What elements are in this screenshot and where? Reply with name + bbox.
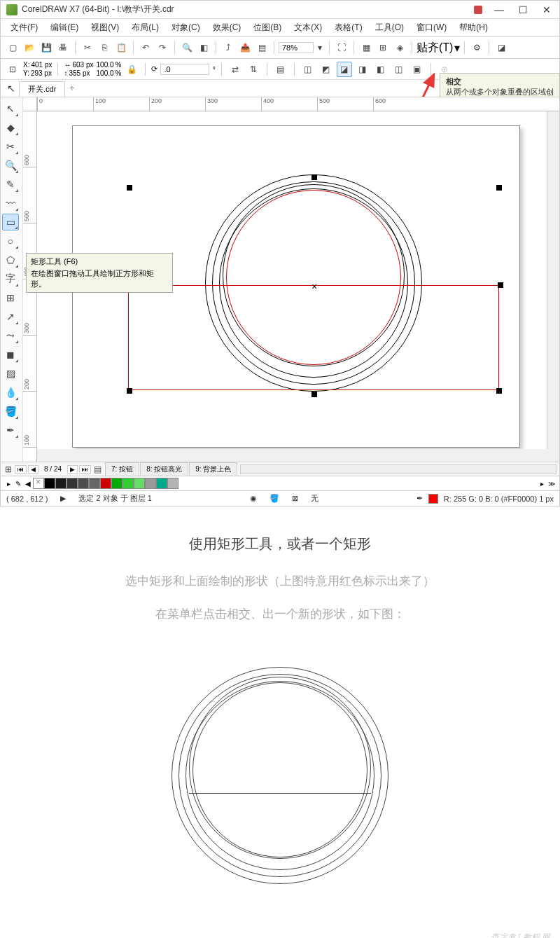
rectangle-tool-icon[interactable]: ▭: [2, 214, 19, 230]
no-color-swatch[interactable]: [33, 478, 44, 489]
page-sorter-icon[interactable]: ▤: [92, 464, 102, 474]
close-button[interactable]: ✕: [540, 5, 554, 15]
menu-file[interactable]: 文件(F): [6, 20, 42, 35]
show-grid-icon[interactable]: ⊞: [375, 40, 391, 55]
table-tool-icon[interactable]: ⊞: [2, 289, 19, 306]
text-tool-icon[interactable]: 字: [2, 270, 19, 287]
lock-ratio-icon[interactable]: 🔒: [124, 62, 139, 77]
app-launch-icon[interactable]: ▤: [254, 40, 270, 55]
export-icon[interactable]: ⤴: [220, 40, 236, 55]
selection-handle[interactable]: [312, 174, 317, 180]
color-swatch[interactable]: [100, 478, 111, 489]
scale-x-value[interactable]: 100.0: [97, 61, 114, 69]
color-swatch[interactable]: [134, 478, 145, 489]
publish-icon[interactable]: 📤: [237, 40, 253, 55]
color-swatch[interactable]: [156, 478, 167, 489]
mirror-v-icon[interactable]: ⇅: [246, 62, 261, 77]
search-icon[interactable]: 🔍: [179, 40, 195, 55]
save-icon[interactable]: 💾: [38, 40, 54, 55]
menu-bitmap[interactable]: 位图(B): [249, 20, 286, 35]
last-page-button[interactable]: ⏭: [79, 465, 91, 474]
connector-tool-icon[interactable]: ⤳: [2, 327, 19, 344]
play-icon[interactable]: ▶: [60, 494, 66, 503]
drop-shadow-icon[interactable]: ◼: [2, 346, 19, 363]
pick-tool-mini-icon[interactable]: ↖: [4, 81, 19, 95]
ruler-origin[interactable]: [23, 97, 37, 111]
menu-text[interactable]: 文本(X): [290, 20, 326, 35]
shape-tool-icon[interactable]: ◆: [2, 119, 19, 136]
maximize-button[interactable]: ☐: [516, 5, 530, 15]
simplify-icon[interactable]: ◨: [355, 62, 370, 77]
horizontal-scrollbar[interactable]: [240, 464, 556, 474]
back-minus-front-icon[interactable]: ◫: [391, 62, 407, 77]
mirror-h-icon[interactable]: ⇄: [227, 62, 243, 77]
zoom-tool-icon[interactable]: 🔍: [2, 157, 19, 174]
page-tab[interactable]: 9: 背景上色: [189, 462, 237, 476]
front-minus-back-icon[interactable]: ◧: [373, 62, 388, 77]
align-icon[interactable]: ▤: [273, 62, 288, 77]
open-icon[interactable]: 📂: [22, 40, 37, 55]
show-guides-icon[interactable]: ◈: [392, 40, 407, 55]
import-icon[interactable]: ◧: [196, 40, 211, 55]
zoom-dropdown-icon[interactable]: ▾: [315, 40, 325, 55]
menu-view[interactable]: 视图(V): [87, 20, 123, 35]
show-rulers-icon[interactable]: ▦: [358, 40, 374, 55]
page-tab[interactable]: 8: 按钮高光: [140, 462, 188, 476]
crop-tool-icon[interactable]: ✂: [2, 138, 19, 155]
vertical-scrollbar[interactable]: [547, 111, 559, 449]
horizontal-ruler[interactable]: 0 100 200 300 400 500 600: [37, 97, 559, 111]
outline-color-swatch[interactable]: [428, 494, 438, 504]
menu-effects[interactable]: 效果(C): [209, 20, 246, 35]
menu-object[interactable]: 对象(C): [167, 20, 204, 35]
transparency-tool-icon[interactable]: ▨: [2, 365, 19, 382]
add-tab-button[interactable]: +: [65, 81, 78, 95]
eyedropper-icon[interactable]: ✎: [13, 478, 23, 488]
paste-icon[interactable]: 📋: [113, 40, 129, 55]
selection-handle[interactable]: [127, 185, 132, 191]
polygon-tool-icon[interactable]: ⬠: [2, 251, 19, 268]
menu-table[interactable]: 表格(T): [330, 20, 366, 35]
selection-handle[interactable]: [127, 388, 132, 394]
cut-icon[interactable]: ✂: [80, 40, 95, 55]
corel-connect-icon[interactable]: ◪: [493, 40, 509, 55]
color-swatch[interactable]: [78, 478, 89, 489]
next-page-button[interactable]: ▶: [67, 465, 78, 474]
copy-icon[interactable]: ⎘: [97, 40, 112, 55]
document-tab[interactable]: 开关.cdr: [19, 81, 65, 97]
zoom-field[interactable]: [279, 42, 314, 53]
intersect-icon[interactable]: ◪: [337, 62, 352, 77]
menu-layout[interactable]: 布局(L): [127, 20, 163, 35]
weld-icon[interactable]: ◫: [300, 62, 316, 77]
palette-scroll-left-icon[interactable]: ▸: [4, 478, 13, 488]
color-proof-icon[interactable]: ◉: [250, 494, 257, 503]
menu-tools[interactable]: 工具(O): [371, 20, 408, 35]
page-tab[interactable]: 7: 按钮: [105, 462, 139, 476]
freehand-tool-icon[interactable]: ✎: [2, 176, 19, 193]
print-icon[interactable]: 🖶: [55, 40, 71, 55]
minimize-button[interactable]: —: [492, 5, 506, 15]
color-swatch[interactable]: [44, 478, 55, 489]
selected-rectangle[interactable]: [128, 285, 499, 390]
scale-y-value[interactable]: 100.0: [97, 69, 114, 77]
menu-help[interactable]: 帮助(H): [455, 20, 492, 35]
outline-tool-icon[interactable]: ✒: [2, 422, 19, 439]
selection-handle[interactable]: [498, 282, 503, 288]
color-swatch[interactable]: [55, 478, 66, 489]
prev-page-button[interactable]: ◀: [28, 465, 38, 474]
pick-tool-icon[interactable]: ↖: [2, 100, 19, 117]
new-icon[interactable]: ▢: [5, 40, 20, 55]
palette-expand-icon[interactable]: ≫: [547, 478, 556, 488]
first-page-button[interactable]: ⏮: [15, 465, 27, 474]
fullscreen-icon[interactable]: ⛶: [334, 40, 349, 55]
width-value[interactable]: 603 px: [72, 61, 93, 69]
height-value[interactable]: 355 px: [69, 69, 90, 77]
options-icon[interactable]: ⚙: [469, 40, 484, 55]
object-origin-icon[interactable]: ⊡: [5, 62, 20, 77]
selection-handle[interactable]: [312, 392, 317, 397]
menu-window[interactable]: 窗口(W): [412, 20, 451, 35]
color-swatch[interactable]: [66, 478, 78, 489]
selection-handle[interactable]: [496, 388, 502, 394]
x-value[interactable]: 401 px: [31, 61, 52, 69]
boundary-icon[interactable]: ▣: [410, 62, 425, 77]
fill-tool-icon[interactable]: 🪣: [2, 403, 19, 420]
